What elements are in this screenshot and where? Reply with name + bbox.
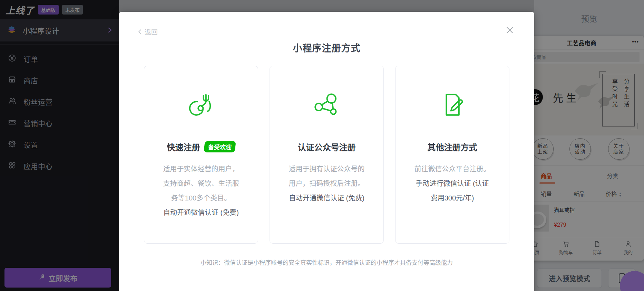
card-official-account-registration[interactable]: 认证公众号注册 适用于拥有认证公众号的 用户，扫码授权后注册。 自动开通微信认证…: [270, 66, 384, 244]
card-other-registration[interactable]: 其他注册方式 前往微信公众平台注册。 手动进行微信认证 (认证 费用300元/年…: [395, 66, 509, 244]
app-root: 上线了 基础版 未发布 小程序设计: [0, 0, 644, 291]
card-desc-line: 自动开通微信认证 (免费): [289, 191, 365, 205]
doc-pencil-icon: [438, 89, 467, 121]
card-title: 其他注册方式: [428, 141, 477, 153]
chevron-left-icon: [137, 29, 143, 35]
card-title: 认证公众号注册: [298, 141, 356, 153]
card-desc-line: 适用于实体经营的用户，: [163, 162, 239, 176]
fork-swirl-icon: [187, 89, 216, 121]
registration-cards: 快速注册 备受欢迎 适用于实体经营的用户， 支持商超、餐饮、生活服 务等100多…: [144, 66, 509, 244]
card-title: 快速注册: [167, 141, 200, 153]
card-desc-line: 用户，扫码授权后注册。: [289, 176, 365, 191]
card-desc-line: 费用300元/年): [414, 191, 490, 205]
card-quick-registration[interactable]: 快速注册 备受欢迎 适用于实体经营的用户， 支持商超、餐饮、生活服 务等100多…: [144, 66, 258, 244]
back-button[interactable]: 返回: [137, 27, 158, 36]
card-desc-line: 支持商超、餐饮、生活服: [163, 176, 239, 191]
network-icon: [312, 89, 341, 121]
popular-badge: 备受欢迎: [204, 141, 236, 152]
card-desc-line: 手动进行微信认证 (认证: [414, 176, 490, 191]
card-desc-line: 自动开通微信认证 (免费): [163, 205, 239, 220]
modal-footnote: 小知识：微信认证是小程序账号的安全真实性标识，开通微信认证的小程序才具备支付等高…: [119, 258, 534, 266]
card-desc-line: 务等100多个类目。: [163, 191, 239, 205]
close-icon[interactable]: [505, 26, 514, 35]
modal-title: 小程序注册方式: [119, 41, 534, 54]
card-desc-line: 前往微信公众平台注册。: [414, 162, 490, 176]
card-desc-line: 适用于拥有认证公众号的: [289, 162, 365, 176]
category-count-highlight: 100多个类目: [185, 194, 224, 204]
back-label: 返回: [145, 27, 158, 36]
registration-modal: 返回 小程序注册方式 快速注册: [119, 12, 534, 291]
